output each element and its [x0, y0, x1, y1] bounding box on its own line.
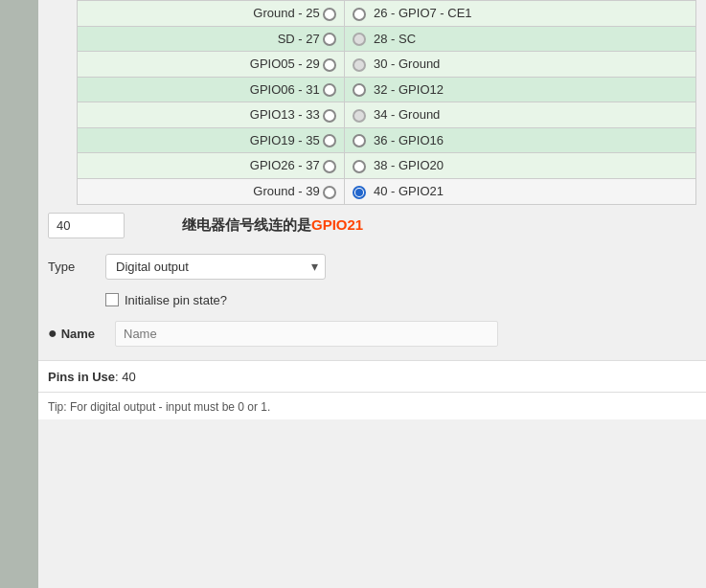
annotation-orange: GPIO21 [311, 216, 363, 233]
radio-right-btn[interactable] [353, 186, 366, 199]
gpio-table: Ground - 25 26 - GPIO7 - CE1SD - 27 28 -… [77, 0, 696, 205]
annotation-black: 继电器信号线连的是 [182, 216, 311, 233]
radio-left-btn[interactable] [323, 186, 336, 199]
radio-right-btn[interactable] [353, 33, 366, 46]
table-cell-right: 28 - SC [345, 26, 696, 52]
table-cell-right: 26 - GPIO7 - CE1 [345, 1, 696, 27]
table-cell-right: 40 - GPIO21 [345, 178, 696, 204]
type-label: Type [48, 260, 86, 274]
name-section: ● Name [48, 321, 687, 347]
radio-left-btn[interactable] [323, 33, 336, 46]
table-cell-left: GPIO06 - 31 [78, 77, 345, 102]
type-dropdown[interactable]: Digital inputDigital outputPWM outputGPC… [105, 254, 326, 280]
radio-left-btn[interactable] [323, 160, 336, 173]
pin-input[interactable] [48, 213, 125, 238]
table-cell-left: Ground - 25 [78, 1, 345, 27]
table-cell-left: SD - 27 [78, 26, 345, 52]
initialise-checkbox[interactable] [105, 293, 119, 306]
name-label: Name [61, 327, 95, 341]
name-label-wrapper: ● Name [48, 325, 105, 342]
table-cell-right: 38 - GPIO20 [345, 153, 696, 179]
bookmark-icon: ● [48, 325, 57, 342]
table-cell-left: GPIO13 - 33 [78, 102, 345, 128]
radio-left-btn[interactable] [323, 134, 336, 147]
radio-left-btn[interactable] [323, 8, 336, 21]
type-section: Type Digital inputDigital outputPWM outp… [48, 254, 687, 280]
radio-left-btn[interactable] [323, 109, 336, 123]
table-cell-left: GPIO05 - 29 [78, 52, 345, 78]
tip-text: Tip: For digital output - input must be … [48, 400, 270, 414]
annotation-text: 继电器信号线连的是GPIO21 [182, 216, 363, 235]
left-sidebar [0, 0, 38, 588]
radio-right-btn[interactable] [353, 109, 366, 123]
radio-left-btn[interactable] [323, 58, 336, 72]
pins-in-use-text: Pins in Use: 40 [48, 370, 136, 384]
checkbox-section: Initialise pin state? [105, 293, 687, 307]
pin-section: 继电器信号线连的是GPIO21 [48, 213, 687, 238]
main-container: Ground - 25 26 - GPIO7 - CE1SD - 27 28 -… [0, 0, 706, 588]
radio-right-btn[interactable] [353, 58, 366, 72]
table-cell-right: 34 - Ground [345, 102, 696, 128]
table-cell-right: 32 - GPIO12 [345, 77, 696, 102]
radio-right-btn[interactable] [353, 160, 366, 173]
pins-in-use-value: 40 [122, 370, 135, 384]
radio-right-btn[interactable] [353, 83, 366, 97]
name-input[interactable] [115, 321, 498, 347]
table-cell-left: GPIO26 - 37 [78, 153, 345, 179]
gpio-table-wrapper: Ground - 25 26 - GPIO7 - CE1SD - 27 28 -… [38, 0, 696, 205]
table-cell-left: Ground - 39 [78, 178, 345, 204]
table-cell-right: 36 - GPIO16 [345, 127, 696, 153]
pins-in-use-section: Pins in Use: 40 [0, 360, 706, 393]
table-cell-right: 30 - Ground [345, 52, 696, 78]
pins-in-use-label: Pins in Use [48, 370, 115, 384]
radio-right-btn[interactable] [353, 134, 366, 147]
table-cell-left: GPIO19 - 35 [78, 127, 345, 153]
tip-section: Tip: For digital output - input must be … [0, 393, 706, 419]
type-dropdown-wrapper: Digital inputDigital outputPWM outputGPC… [105, 254, 326, 280]
radio-right-btn[interactable] [353, 8, 366, 21]
initialise-label: Initialise pin state? [125, 293, 227, 307]
radio-left-btn[interactable] [323, 83, 336, 97]
